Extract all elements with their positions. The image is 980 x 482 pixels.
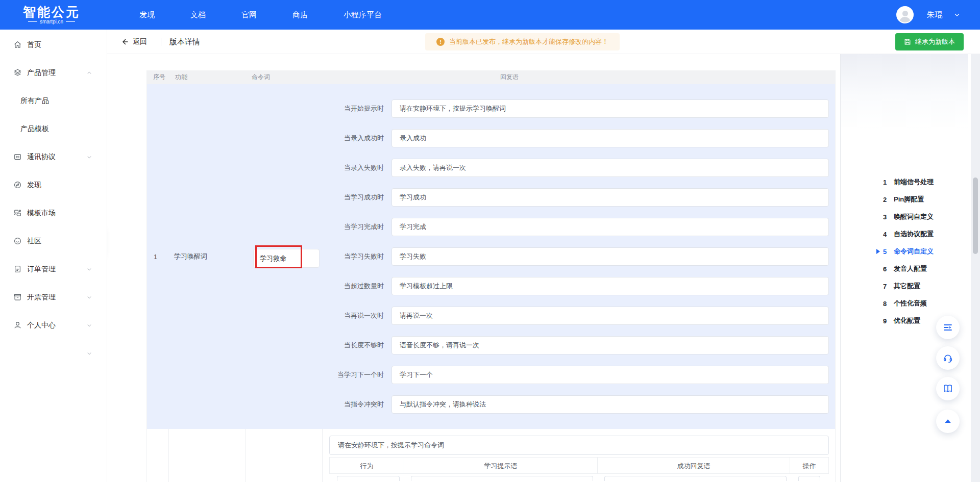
reply-input[interactable]: 学习完成 bbox=[391, 218, 829, 236]
anchor-item-其它配置[interactable]: 7其它配置 bbox=[883, 277, 934, 295]
anchor-label: 优化配置 bbox=[894, 316, 920, 325]
anchor-item-Pin脚配置[interactable]: 2Pin脚配置 bbox=[883, 191, 934, 208]
nested-col-header-1: 学习提示语 bbox=[404, 457, 598, 474]
topnav-item-1[interactable]: 文档 bbox=[173, 0, 224, 30]
reply-condition-label: 当学习完成时 bbox=[323, 222, 384, 232]
chevron-down-icon bbox=[86, 322, 92, 328]
username[interactable]: 朱琨 bbox=[927, 10, 942, 20]
chevron-down-icon bbox=[86, 294, 92, 300]
topnav-item-4[interactable]: 小程序平台 bbox=[326, 0, 400, 30]
reply-input[interactable]: 学习下一个 bbox=[391, 366, 829, 384]
anchor-item-个性化音频[interactable]: 8个性化音频 bbox=[883, 295, 934, 312]
sidebar-item-模板市场[interactable]: 模板市场 bbox=[0, 199, 107, 227]
reply-input[interactable]: 录入失败，请再说一次 bbox=[391, 159, 829, 177]
user-avatar[interactable] bbox=[896, 6, 914, 23]
logo-title: 智能公元 bbox=[18, 5, 85, 18]
chevron-down-icon bbox=[86, 266, 92, 272]
anchor-item-自选协议配置[interactable]: 4自选协议配置 bbox=[883, 225, 934, 243]
sidebar-item-label: 所有产品 bbox=[20, 96, 49, 106]
sidebar-item-label: 开票管理 bbox=[27, 293, 56, 302]
back-arrow-icon bbox=[121, 38, 129, 46]
reply-row: 当超过数量时学习模板超过上限 bbox=[323, 277, 829, 295]
reply-input[interactable]: 学习成功 bbox=[391, 188, 829, 207]
sidebar-item-发现[interactable]: 发现 bbox=[0, 171, 107, 199]
reply-input[interactable]: 请再说一次 bbox=[391, 307, 829, 325]
reply-list: 当开始提示时请在安静环境下，按提示学习唤醒词当录入成功时录入成功当录入失败时录入… bbox=[323, 84, 835, 429]
book-fab-button[interactable] bbox=[936, 377, 960, 400]
sidebar-item-collapsed[interactable] bbox=[0, 339, 107, 367]
reply-input[interactable]: 语音长度不够，请再说一次 bbox=[391, 336, 829, 354]
success-reply-input[interactable] bbox=[604, 476, 787, 481]
discover-icon bbox=[13, 181, 22, 190]
sidebar-item-产品模板[interactable]: 产品模板 bbox=[0, 115, 107, 143]
learn-prompt-text-input[interactable] bbox=[411, 476, 593, 481]
topnav-item-3[interactable]: 商店 bbox=[275, 0, 326, 30]
reply-row: 当学习失败时学习失败 bbox=[323, 247, 829, 266]
reply-input[interactable]: 录入成功 bbox=[391, 129, 829, 147]
headset-fab-button[interactable] bbox=[936, 346, 960, 370]
sidebar-item-个人中心[interactable]: 个人中心 bbox=[0, 311, 107, 339]
sidebar-item-订单管理[interactable]: 订单管理 bbox=[0, 255, 107, 283]
action-cell[interactable] bbox=[798, 476, 820, 481]
sidebar-item-产品管理[interactable]: 产品管理 bbox=[0, 59, 107, 87]
logo[interactable]: 智能公元 smartpi.cn bbox=[18, 5, 85, 24]
row-index: 1 bbox=[147, 253, 169, 261]
sidebar-item-label: 个人中心 bbox=[27, 321, 56, 330]
anchor-item-唤醒词自定义[interactable]: 3唤醒词自定义 bbox=[883, 208, 934, 225]
reply-condition-label: 当学习失败时 bbox=[323, 252, 384, 261]
anchor-item-发音人配置[interactable]: 6发音人配置 bbox=[883, 260, 934, 277]
reply-input[interactable]: 请在安静环境下，按提示学习唤醒词 bbox=[391, 99, 829, 118]
topnav-item-2[interactable]: 官网 bbox=[224, 0, 275, 30]
sidebar-item-社区[interactable]: 社区 bbox=[0, 227, 107, 255]
reply-row: 当指令冲突时与默认指令冲突，请换种说法 bbox=[323, 395, 829, 414]
section-anchor-nav: 1前端信号处理2Pin脚配置3唤醒词自定义4自选协议配置5命令词自定义6发音人配… bbox=[883, 173, 934, 329]
sidebar-item-首页[interactable]: 首页 bbox=[0, 31, 107, 59]
sidebar-item-所有产品[interactable]: 所有产品 bbox=[0, 87, 107, 115]
learn-prompt-input[interactable]: 请在安静环境下，按提示学习命令词 bbox=[329, 436, 829, 455]
warning-text: 当前版本已发布，继承为新版本才能保存修改的内容！ bbox=[449, 37, 608, 46]
save-icon bbox=[904, 38, 911, 45]
sidebar-item-通讯协议[interactable]: 通讯协议 bbox=[0, 143, 107, 171]
book-icon bbox=[942, 383, 953, 394]
inherit-new-version-button[interactable]: 继承为新版本 bbox=[895, 33, 964, 50]
main-content: 序号 功能 命令词 回复语 1 学习唤醒词 学习救命 当开始提示时请在安静环境下… bbox=[107, 54, 840, 482]
sidebar-item-label: 发现 bbox=[27, 181, 41, 190]
command-word-input[interactable]: 学习救命 bbox=[253, 249, 320, 268]
reply-row: 当学习成功时学习成功 bbox=[323, 188, 829, 207]
topnav-item-0[interactable]: 发现 bbox=[121, 0, 173, 30]
nested-input-row bbox=[329, 474, 829, 481]
catalog-fab-button[interactable] bbox=[936, 316, 960, 339]
behavior-input[interactable] bbox=[337, 476, 400, 481]
page-scrollbar-track bbox=[971, 30, 980, 482]
reply-input[interactable]: 学习模板超过上限 bbox=[391, 277, 829, 295]
nested-table: 行为学习提示语成功回复语操作 bbox=[329, 457, 829, 481]
reply-row: 当开始提示时请在安静环境下，按提示学习唤醒词 bbox=[323, 99, 829, 118]
orders-icon bbox=[13, 265, 22, 274]
topbar-user-area: 朱琨 bbox=[896, 6, 961, 23]
anchor-item-优化配置[interactable]: 9优化配置 bbox=[883, 312, 934, 329]
anchor-number: 9 bbox=[883, 317, 889, 325]
reply-row: 当长度不够时语音长度不够，请再说一次 bbox=[323, 336, 829, 354]
command-cell: 学习救命 bbox=[246, 84, 323, 429]
back-button[interactable]: 返回 bbox=[121, 30, 147, 54]
page-scrollbar-thumb[interactable] bbox=[973, 177, 978, 254]
reply-row: 当再说一次时请再说一次 bbox=[323, 307, 829, 325]
back-to-top-fab-button[interactable] bbox=[936, 410, 960, 433]
headset-icon bbox=[942, 352, 953, 364]
reply-input[interactable]: 学习失败 bbox=[391, 247, 829, 266]
anchor-item-命令词自定义[interactable]: 5命令词自定义 bbox=[883, 243, 934, 260]
avatar-icon bbox=[902, 11, 908, 16]
anchor-number: 1 bbox=[883, 179, 889, 186]
reply-row: 当学习下一个时学习下一个 bbox=[323, 366, 829, 384]
sidebar-item-开票管理[interactable]: 开票管理 bbox=[0, 283, 107, 311]
nested-table-header: 行为学习提示语成功回复语操作 bbox=[329, 457, 829, 474]
profile-icon bbox=[13, 321, 22, 330]
warning-banner: ! 当前版本已发布，继承为新版本才能保存修改的内容！ bbox=[425, 33, 620, 50]
anchor-label: 个性化音频 bbox=[894, 299, 927, 308]
chevron-down-icon[interactable] bbox=[953, 11, 961, 18]
warning-icon: ! bbox=[436, 38, 445, 46]
reply-input[interactable]: 与默认指令冲突，请换种说法 bbox=[391, 395, 829, 414]
anchor-item-前端信号处理[interactable]: 1前端信号处理 bbox=[883, 173, 934, 191]
community-icon bbox=[13, 237, 22, 246]
nested-col-header-3: 操作 bbox=[790, 457, 829, 474]
